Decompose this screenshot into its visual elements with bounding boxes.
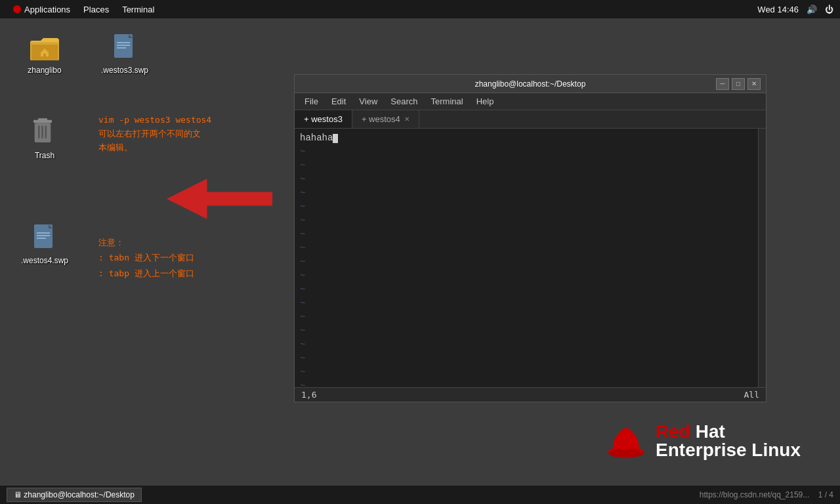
file-image-2	[29, 222, 60, 253]
tab-westos3[interactable]: + westos3	[295, 110, 352, 128]
svg-point-21	[608, 448, 644, 457]
redhat-text: Red Hat Enterprise Linux	[656, 423, 801, 459]
redhat-hat-icon	[606, 423, 646, 459]
terminal-menu[interactable]: Terminal	[116, 3, 161, 16]
close-button[interactable]: ✕	[747, 78, 761, 90]
taskbar: 🖥 zhanglibo@localhost:~/Desktop https://…	[0, 486, 840, 504]
taskbar-right: https://blog.csdn.net/qq_2159... 1 / 4	[700, 490, 833, 499]
taskbar-left: 🖥 zhanglibo@localhost:~/Desktop	[7, 488, 142, 502]
trash-icon[interactable]: Trash	[18, 117, 71, 160]
file-menu[interactable]: File	[298, 95, 325, 108]
trash-image	[29, 117, 60, 148]
help-menu[interactable]: Help	[470, 95, 501, 108]
app-icon	[13, 5, 21, 13]
status-mode: All	[744, 390, 759, 400]
folder-label: zhanglibo	[28, 66, 61, 75]
redhat-text-line2: Enterprise Linux	[656, 441, 801, 459]
file-label: .westos3.swp	[101, 66, 148, 75]
svg-rect-11	[41, 126, 43, 138]
power-icon[interactable]: ⏻	[825, 5, 833, 14]
tilde-10: ~	[300, 269, 761, 283]
window-buttons: ─ □ ✕	[716, 78, 761, 90]
edit-menu[interactable]: Edit	[325, 95, 352, 108]
tab-westos3-label: + westos3	[304, 114, 343, 124]
tilde-1: ~	[300, 145, 761, 159]
tilde-7: ~	[300, 228, 761, 242]
tilde-8: ~	[300, 242, 761, 255]
file-icon-westos3[interactable]: .westos3.swp	[98, 32, 151, 75]
taskbar-page-info: 1 / 4	[818, 490, 833, 499]
taskbar-terminal-item[interactable]: 🖥 zhanglibo@localhost:~/Desktop	[7, 488, 142, 502]
clock: Wed 14:46	[757, 5, 799, 14]
cursor	[333, 134, 338, 143]
tab-close-icon[interactable]: ✕	[404, 116, 410, 123]
svg-rect-15	[37, 232, 50, 234]
redhat-text-line1: Red Hat	[656, 423, 801, 441]
window-title: zhanglibo@localhost:~/Desktop	[475, 79, 586, 89]
terminal-content[interactable]: hahaha ~ ~ ~ ~ ~ ~ ~ ~ ~ ~ ~ ~ ~ ~ ~ ~ ~…	[295, 129, 766, 387]
tab-westos4-label: + westos4	[362, 114, 400, 124]
volume-icon: 🔊	[807, 5, 817, 14]
redhat-logo: Red Hat Enterprise Linux	[606, 423, 801, 459]
tab-westos4[interactable]: + westos4 ✕	[352, 110, 419, 128]
tilde-13: ~	[300, 310, 761, 324]
tab-bar: + westos3 + westos4 ✕	[295, 110, 766, 129]
maximize-button[interactable]: □	[732, 78, 745, 90]
svg-rect-12	[45, 126, 47, 138]
taskbar-url: https://blog.csdn.net/qq_2159...	[700, 490, 809, 499]
annotation-text: vim -p westos3 westos4 可以左右打开两个不同的文 本编辑。	[98, 114, 211, 154]
folder-image	[29, 32, 60, 63]
menubar: Applications Places Terminal Wed 14:46 🔊…	[0, 0, 840, 18]
svg-rect-4	[117, 42, 130, 43]
applications-menu[interactable]: Applications	[7, 3, 77, 16]
tilde-14: ~	[300, 324, 761, 338]
tilde-18: ~	[300, 379, 761, 387]
minimize-button[interactable]: ─	[716, 78, 729, 90]
arrow-graphic	[167, 176, 272, 224]
svg-rect-8	[38, 118, 47, 121]
annotation-note: 注意： : tabn 进入下一个窗口 : tabp 进入上一个窗口	[98, 235, 194, 281]
folder-icon-zhanglibo[interactable]: zhanglibo	[18, 32, 71, 75]
desktop: zhanglibo .westos3.swp	[0, 18, 840, 486]
tilde-5: ~	[300, 200, 761, 214]
tilde-9: ~	[300, 255, 761, 269]
tilde-17: ~	[300, 366, 761, 379]
menu-left: Applications Places Terminal	[7, 3, 161, 16]
tilde-12: ~	[300, 297, 761, 310]
menu-right: Wed 14:46 🔊 ⏻	[757, 5, 833, 14]
tilde-11: ~	[300, 283, 761, 297]
tilde-6: ~	[300, 214, 761, 228]
tilde-16: ~	[300, 352, 761, 366]
tilde-3: ~	[300, 173, 761, 186]
window-titlebar: zhanglibo@localhost:~/Desktop ─ □ ✕	[295, 75, 766, 93]
terminal-menubar: File Edit View Search Terminal Help	[295, 93, 766, 110]
svg-rect-6	[117, 47, 126, 49]
file-icon-westos4[interactable]: .westos4.swp	[18, 222, 71, 265]
tilde-4: ~	[300, 186, 761, 200]
taskbar-icon: 🖥	[14, 490, 22, 499]
terminal-menu-item[interactable]: Terminal	[425, 95, 470, 108]
svg-rect-17	[37, 238, 46, 239]
file-image	[109, 32, 140, 63]
svg-rect-10	[38, 126, 40, 138]
file-label-2: .westos4.swp	[21, 256, 68, 265]
terminal-window: zhanglibo@localhost:~/Desktop ─ □ ✕ File…	[294, 74, 766, 402]
content-line-1: hahaha	[300, 131, 761, 145]
terminal-scrollbar[interactable]	[758, 129, 766, 387]
view-menu[interactable]: View	[352, 95, 384, 108]
tilde-15: ~	[300, 338, 761, 352]
svg-rect-16	[37, 235, 50, 236]
search-menu[interactable]: Search	[384, 95, 424, 108]
places-menu[interactable]: Places	[77, 3, 116, 16]
trash-label: Trash	[35, 151, 54, 160]
svg-marker-18	[167, 179, 272, 219]
svg-rect-5	[117, 45, 130, 46]
status-position: 1,6	[301, 390, 316, 400]
tilde-2: ~	[300, 159, 761, 173]
terminal-statusbar: 1,6 All	[295, 387, 766, 402]
